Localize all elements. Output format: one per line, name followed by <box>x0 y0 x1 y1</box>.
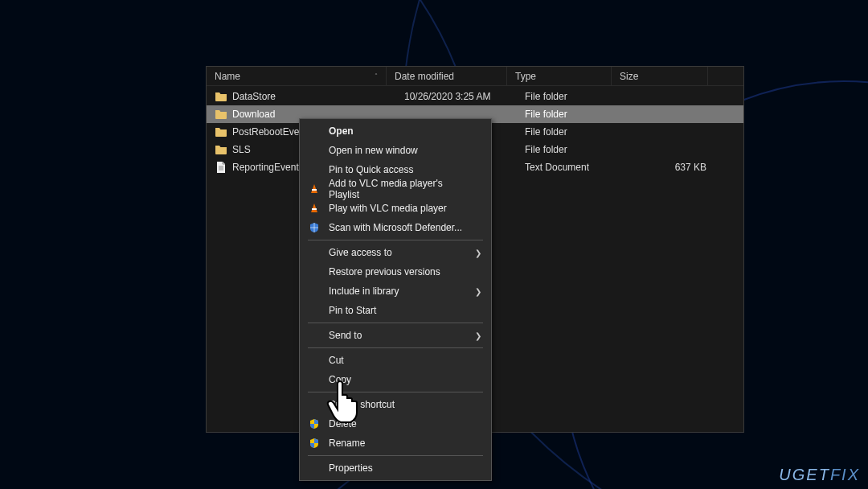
menu-defender-scan[interactable]: Scan with Microsoft Defender... <box>301 218 489 237</box>
column-size[interactable]: Size <box>612 67 708 85</box>
column-name[interactable]: Name ˄ <box>207 67 387 85</box>
svg-rect-6 <box>312 208 317 210</box>
column-headers: Name ˄ Date modified Type Size <box>207 67 743 86</box>
column-name-label: Name <box>215 71 240 82</box>
menu-separator <box>308 455 483 456</box>
vlc-icon <box>308 202 321 215</box>
menu-delete[interactable]: Delete <box>301 414 489 434</box>
menu-open-new-window[interactable]: Open in new window <box>301 141 489 160</box>
menu-properties[interactable]: Properties <box>301 458 489 478</box>
menu-separator <box>308 347 483 348</box>
menu-separator <box>308 323 483 323</box>
menu-copy[interactable]: Copy <box>301 370 489 389</box>
menu-include-library[interactable]: Include in library❯ <box>301 281 489 301</box>
watermark: UGETFIX <box>779 466 860 484</box>
menu-pin-start[interactable]: Pin to Start <box>301 301 489 320</box>
menu-pin-quick-access[interactable]: Pin to Quick access <box>301 160 489 179</box>
file-type: Text Document <box>520 162 624 173</box>
chevron-right-icon: ❯ <box>475 287 481 296</box>
menu-open[interactable]: Open <box>301 121 489 141</box>
file-type: File folder <box>520 109 624 120</box>
menu-separator <box>308 392 483 392</box>
menu-restore-versions[interactable]: Restore previous versions <box>301 262 489 281</box>
menu-send-to[interactable]: Send to❯ <box>301 326 489 345</box>
menu-vlc-add-playlist[interactable]: Add to VLC media player's Playlist <box>301 179 489 199</box>
menu-rename[interactable]: Rename <box>301 434 489 453</box>
file-size: 637 KB <box>624 162 713 173</box>
svg-rect-4 <box>312 189 317 191</box>
uac-shield-icon <box>308 417 321 430</box>
shield-icon <box>308 221 321 234</box>
uac-shield-icon <box>308 437 321 450</box>
sort-arrow-icon: ˄ <box>375 72 378 80</box>
file-type: File folder <box>520 126 624 138</box>
svg-rect-8 <box>310 228 318 228</box>
svg-marker-3 <box>311 184 317 193</box>
column-type[interactable]: Type <box>507 67 612 85</box>
file-type: File folder <box>520 91 624 102</box>
svg-marker-5 <box>311 203 317 212</box>
chevron-right-icon: ❯ <box>475 249 481 257</box>
menu-cut[interactable]: Cut <box>301 351 489 370</box>
column-date[interactable]: Date modified <box>387 67 507 85</box>
file-row[interactable]: DataStore10/26/2020 3:25 AMFile folder <box>207 88 743 105</box>
chevron-right-icon: ❯ <box>475 331 481 340</box>
context-menu: Open Open in new window Pin to Quick acc… <box>299 118 492 481</box>
menu-vlc-play[interactable]: Play with VLC media player <box>301 199 489 218</box>
menu-give-access-to[interactable]: Give access to❯ <box>301 243 489 262</box>
vlc-icon <box>308 183 321 195</box>
menu-separator <box>308 240 483 240</box>
menu-create-shortcut[interactable]: Create shortcut <box>301 395 489 414</box>
file-name: DataStore <box>232 91 399 102</box>
file-type: File folder <box>520 144 624 155</box>
file-date: 10/26/2020 3:25 AM <box>399 91 520 102</box>
